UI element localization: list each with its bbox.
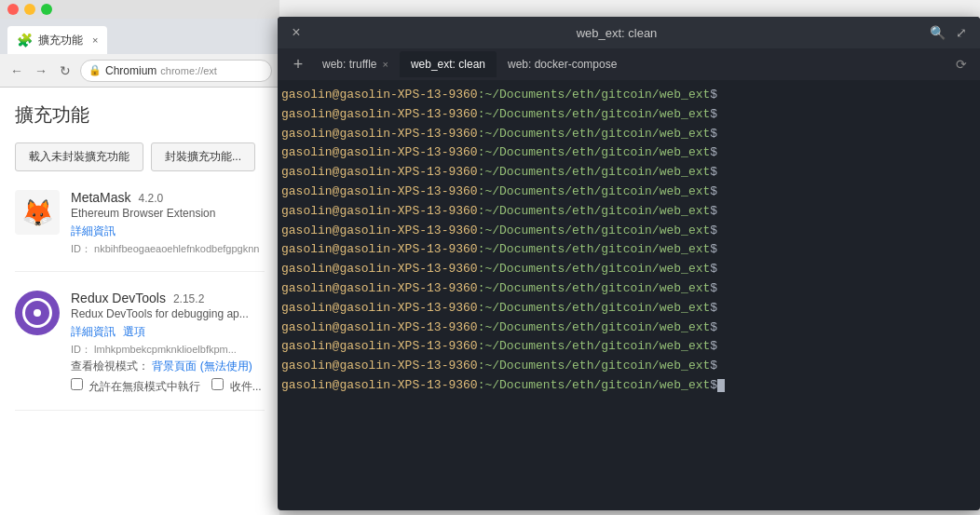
traffic-minimize[interactable] — [24, 4, 35, 15]
terminal-tab-truffle[interactable]: web: truffle × — [311, 51, 400, 77]
address-hostname: Chromium — [105, 64, 157, 77]
terminal-path: :~/Documents/eth/gitcoin/web_ext — [478, 339, 711, 353]
terminal-path: :~/Documents/eth/gitcoin/web_ext — [478, 242, 711, 256]
redux-links: 詳細資訊 選項 — [71, 324, 265, 340]
page-title: 擴充功能 — [15, 102, 265, 128]
terminal-path: :~/Documents/eth/gitcoin/web_ext — [478, 127, 711, 141]
terminal-user: gasolin@gasolin-XPS-13-9360 — [281, 145, 478, 159]
load-unpacked-button[interactable]: 載入未封裝擴充功能 — [15, 142, 143, 171]
terminal-user: gasolin@gasolin-XPS-13-9360 — [281, 281, 478, 295]
tab-close-button[interactable]: × — [92, 34, 98, 46]
metamask-name-row: MetaMask 4.2.0 — [71, 190, 265, 205]
terminal-prompt-symbol: $ — [710, 242, 717, 256]
terminal-tab-webext-label: web_ext: clean — [411, 58, 485, 71]
terminal-line: gasolin@gasolin-XPS-13-9360:~/Documents/… — [281, 125, 976, 144]
terminal-user: gasolin@gasolin-XPS-13-9360 — [281, 127, 478, 141]
redux-name: Redux DevTools — [71, 291, 166, 305]
metamask-id: ID： nkbihfbeogaeaoehlefnkodbefgpgknn — [71, 242, 265, 256]
redux-incognito-checkbox[interactable] — [71, 378, 83, 390]
terminal-path: :~/Documents/eth/gitcoin/web_ext — [478, 262, 711, 276]
reload-button[interactable]: ↻ — [56, 61, 75, 80]
terminal-path: :~/Documents/eth/gitcoin/web_ext — [478, 107, 711, 121]
browser-tab-extensions[interactable]: 🧩 擴充功能 × — [7, 26, 107, 54]
metamask-details-link[interactable]: 詳細資訊 — [71, 224, 116, 239]
redux-dot — [34, 309, 41, 317]
terminal-tab-webext[interactable]: web_ext: clean — [400, 51, 497, 77]
terminal-line: gasolin@gasolin-XPS-13-9360:~/Documents/… — [281, 86, 976, 105]
redux-name-row: Redux DevTools 2.15.2 — [71, 291, 265, 305]
terminal-prompt-symbol: $ — [710, 378, 717, 392]
address-bar[interactable]: 🔒 Chromium chrome://ext — [80, 60, 272, 82]
redux-incognito-label[interactable]: 允許在無痕模式中執行 — [71, 378, 200, 395]
terminal-prompt-symbol: $ — [710, 127, 717, 141]
browser-tabbar: 🧩 擴充功能 × — [0, 19, 279, 54]
terminal-title: web_ext: clean — [306, 26, 928, 40]
terminal-prompt-symbol: $ — [710, 184, 717, 198]
terminal-path: :~/Documents/eth/gitcoin/web_ext — [478, 88, 711, 102]
terminal-user: gasolin@gasolin-XPS-13-9360 — [281, 242, 478, 256]
terminal-prompt-symbol: $ — [710, 107, 717, 121]
terminal-user: gasolin@gasolin-XPS-13-9360 — [281, 320, 478, 334]
address-url: chrome://ext — [160, 65, 217, 76]
redux-inner-ring — [22, 298, 52, 328]
terminal-prompt-symbol: $ — [710, 224, 717, 237]
terminal-line: gasolin@gasolin-XPS-13-9360:~/Documents/… — [281, 279, 976, 299]
metamask-name: MetaMask — [71, 190, 131, 205]
redux-collect-checkbox[interactable] — [211, 378, 224, 390]
terminal-tabbar: + web: truffle × web_ext: clean web: doc… — [278, 48, 980, 80]
terminal-titlebar: × web_ext: clean 🔍 ⤢ — [278, 17, 980, 48]
terminal-expand-icon[interactable]: ⤢ — [952, 23, 971, 42]
terminal-prompt-symbol: $ — [710, 359, 717, 373]
redux-desc: Redux DevTools for debugging ap... — [71, 307, 265, 320]
terminal-line: gasolin@gasolin-XPS-13-9360:~/Documents/… — [281, 202, 976, 222]
terminal-prompt-symbol: $ — [710, 320, 717, 334]
terminal-user: gasolin@gasolin-XPS-13-9360 — [281, 262, 478, 276]
terminal-prompt-symbol: $ — [710, 301, 717, 315]
pack-extension-button[interactable]: 封裝擴充功能... — [151, 142, 255, 171]
tab-favicon: 🧩 — [17, 33, 33, 47]
redux-icon — [15, 291, 60, 335]
terminal-search-icon[interactable]: 🔍 — [928, 23, 946, 42]
terminal-new-tab-button[interactable]: + — [285, 51, 311, 77]
terminal-user: gasolin@gasolin-XPS-13-9360 — [281, 378, 478, 392]
redux-info: Redux DevTools 2.15.2 Redux DevTools for… — [71, 291, 265, 395]
terminal-path: :~/Documents/eth/gitcoin/web_ext — [478, 204, 711, 218]
traffic-close[interactable] — [7, 4, 19, 15]
redux-collect-label[interactable]: 收件... — [211, 378, 261, 395]
terminal-line: gasolin@gasolin-XPS-13-9360:~/Documents/… — [281, 163, 976, 183]
back-button[interactable]: ← — [7, 61, 26, 80]
terminal-line: gasolin@gasolin-XPS-13-9360:~/Documents/… — [281, 143, 976, 163]
terminal-prompt-symbol: $ — [710, 339, 717, 353]
terminal-path: :~/Documents/eth/gitcoin/web_ext — [478, 145, 711, 159]
terminal-path: :~/Documents/eth/gitcoin/web_ext — [478, 184, 711, 198]
terminal-line: gasolin@gasolin-XPS-13-9360:~/Documents/… — [281, 299, 976, 318]
tab-label: 擴充功能 — [38, 33, 83, 48]
terminal-line: gasolin@gasolin-XPS-13-9360:~/Documents/… — [281, 183, 976, 202]
redux-details-link[interactable]: 詳細資訊 — [71, 324, 116, 340]
terminal-user: gasolin@gasolin-XPS-13-9360 — [281, 107, 478, 121]
terminal-prompt-symbol: $ — [710, 165, 717, 179]
forward-button[interactable]: → — [32, 61, 50, 80]
metamask-desc: Ethereum Browser Extension — [71, 207, 265, 220]
metamask-icon: 🦊 — [15, 190, 60, 235]
browser-window: 🧩 擴充功能 × ← → ↻ 🔒 Chromium chrome://ext 擴… — [0, 0, 279, 515]
terminal-user: gasolin@gasolin-XPS-13-9360 — [281, 301, 478, 315]
terminal-path: :~/Documents/eth/gitcoin/web_ext — [478, 359, 711, 373]
terminal-line: gasolin@gasolin-XPS-13-9360:~/Documents/… — [281, 222, 976, 241]
metamask-links: 詳細資訊 — [71, 224, 265, 239]
traffic-maximize[interactable] — [41, 4, 52, 15]
terminal-tab-docker[interactable]: web: docker-compose — [497, 51, 628, 77]
terminal-prompt-symbol: $ — [710, 262, 717, 276]
terminal-line: gasolin@gasolin-XPS-13-9360:~/Documents/… — [281, 376, 976, 396]
terminal-close-button[interactable]: × — [287, 23, 306, 42]
redux-options-link[interactable]: 選項 — [123, 324, 145, 340]
browser-content: 擴充功能 載入未封裝擴充功能 封裝擴充功能... 🦊 MetaMask 4.2.… — [0, 88, 279, 515]
redux-debug-link[interactable]: 背景頁面 (無法使用) — [152, 359, 252, 373]
terminal-tab-truffle-close[interactable]: × — [382, 59, 388, 70]
browser-titlebar — [0, 0, 279, 19]
terminal-line: gasolin@gasolin-XPS-13-9360:~/Documents/… — [281, 260, 976, 279]
terminal-tab-truffle-label: web: truffle — [322, 58, 376, 71]
terminal-tab-history-icon[interactable]: ⟳ — [950, 53, 973, 75]
terminal-user: gasolin@gasolin-XPS-13-9360 — [281, 224, 478, 237]
terminal-body[interactable]: gasolin@gasolin-XPS-13-9360:~/Documents/… — [278, 80, 980, 510]
